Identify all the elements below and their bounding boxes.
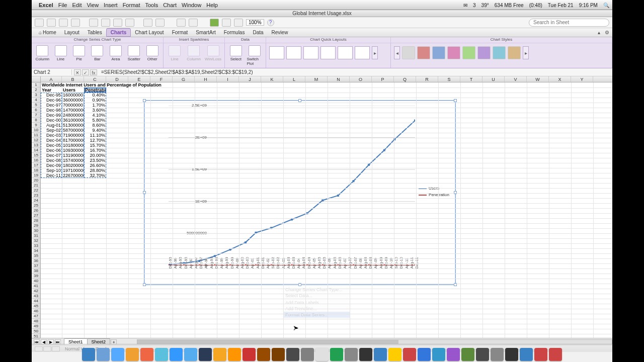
- dock-app-15[interactable]: [301, 348, 314, 361]
- cut-button[interactable]: [89, 19, 98, 27]
- row-header-15[interactable]: 15: [32, 153, 40, 158]
- tab-format[interactable]: Format: [168, 29, 192, 36]
- sheet-nav-next[interactable]: ▶: [48, 339, 54, 344]
- dock-app-20[interactable]: [374, 348, 387, 361]
- dock-app-13[interactable]: [272, 348, 285, 361]
- menu-format[interactable]: Format: [123, 2, 140, 8]
- row-header-17[interactable]: 17: [32, 163, 40, 168]
- ribbon-tabs[interactable]: ⌂HomeLayoutTablesChartsChart LayoutForma…: [32, 28, 612, 37]
- col-header-Q[interactable]: Q: [394, 76, 416, 82]
- formula-input[interactable]: =SERIES(Sheet2!$C$2,Sheet2!$A$3:$A$19,Sh…: [99, 69, 612, 75]
- col-header-E[interactable]: E: [128, 76, 150, 82]
- row-header-18[interactable]: 18: [32, 168, 40, 173]
- dock-app-25[interactable]: [447, 348, 460, 361]
- menu-edit[interactable]: Edit: [72, 2, 82, 8]
- dock-app-31[interactable]: [534, 348, 547, 361]
- quick-layout-2[interactable]: [286, 46, 301, 59]
- new-button[interactable]: [35, 19, 44, 27]
- sheet-nav-last[interactable]: ⏭: [55, 339, 61, 344]
- row-header-46[interactable]: 46: [32, 309, 40, 314]
- search-in-sheet-input[interactable]: [529, 19, 609, 27]
- row-header-51[interactable]: 51: [32, 334, 40, 339]
- tab-review[interactable]: Review: [268, 29, 292, 36]
- tab-formulas[interactable]: Formulas: [220, 29, 249, 36]
- save-button[interactable]: [59, 19, 68, 27]
- ribbon-bar[interactable]: Bar: [90, 45, 105, 61]
- row-header-31[interactable]: 31: [32, 233, 40, 238]
- col-header-B[interactable]: B: [62, 76, 84, 82]
- tab-charts[interactable]: Charts: [106, 28, 131, 37]
- filter-button[interactable]: [189, 19, 198, 27]
- row-header-12[interactable]: 12: [32, 138, 40, 143]
- dock-app-22[interactable]: [403, 348, 416, 361]
- tab-layout[interactable]: Layout: [60, 29, 84, 36]
- col-header-T[interactable]: T: [460, 76, 482, 82]
- row-header-28[interactable]: 28: [32, 218, 40, 223]
- formula-bar[interactable]: Chart 2 ✕ ✓ fx =SERIES(Sheet2!$C$2,Sheet…: [32, 68, 612, 76]
- row-header-10[interactable]: 10: [32, 128, 40, 133]
- quick-layout-1[interactable]: [269, 46, 284, 59]
- dock-app-24[interactable]: [432, 348, 445, 361]
- col-header-P[interactable]: P: [372, 76, 394, 82]
- row-header-35[interactable]: 35: [32, 253, 40, 258]
- col-header-L[interactable]: L: [283, 76, 305, 82]
- col-header-G[interactable]: G: [173, 76, 195, 82]
- dock-app-30[interactable]: [520, 348, 533, 361]
- mail-count-icon[interactable]: ✉ 3: [463, 3, 475, 8]
- col-header-A[interactable]: A: [41, 76, 62, 82]
- ribbon-pie[interactable]: Pie: [71, 45, 87, 61]
- row-header-38[interactable]: 38: [32, 268, 40, 274]
- chart-style-7[interactable]: [493, 46, 506, 59]
- quick-layout-4[interactable]: [320, 46, 336, 59]
- row-header-47[interactable]: 47: [32, 314, 40, 319]
- row-header-49[interactable]: 49: [32, 324, 40, 329]
- row-header-20[interactable]: 20: [32, 178, 40, 183]
- dock-app-17[interactable]: [330, 348, 343, 361]
- dock-app-11[interactable]: [243, 348, 256, 361]
- dock-app-19[interactable]: [359, 348, 372, 361]
- dock-app-4[interactable]: [140, 348, 153, 361]
- row-header-39[interactable]: 39: [32, 274, 40, 279]
- cells-area[interactable]: Users Penetration 05000000001E+091.5E+09…: [41, 82, 612, 338]
- copy-button[interactable]: [101, 19, 110, 27]
- quick-layout-3[interactable]: [303, 46, 318, 59]
- chart-style-6[interactable]: [477, 46, 491, 59]
- col-header-M[interactable]: M: [305, 76, 328, 82]
- col-header-H[interactable]: H: [195, 76, 217, 82]
- ribbon-area[interactable]: Area: [108, 45, 123, 61]
- col-header-Y[interactable]: Y: [571, 76, 593, 82]
- row-header-14[interactable]: 14: [32, 148, 40, 153]
- sort-button[interactable]: [177, 19, 186, 27]
- dock-app-23[interactable]: [418, 348, 431, 361]
- dock-app-6[interactable]: [170, 348, 183, 361]
- dock-app-10[interactable]: [228, 348, 241, 361]
- menu-chart[interactable]: Chart: [163, 2, 177, 8]
- zoom-level[interactable]: 100%: [246, 19, 264, 26]
- ribbon-column[interactable]: Column: [35, 45, 50, 61]
- dock-app-5[interactable]: [155, 348, 168, 361]
- help-icon[interactable]: ?: [267, 19, 274, 26]
- row-header-45[interactable]: 45: [32, 304, 40, 309]
- row-header-24[interactable]: 24: [32, 198, 40, 203]
- toolbox-button[interactable]: [210, 19, 219, 27]
- row-header-37[interactable]: 37: [32, 263, 40, 268]
- col-header-V[interactable]: V: [505, 76, 527, 82]
- fx-icon[interactable]: fx: [90, 69, 97, 75]
- row-header-41[interactable]: 41: [32, 284, 40, 289]
- chart-style-next[interactable]: ▸: [523, 46, 529, 59]
- undo-button[interactable]: [143, 19, 152, 27]
- col-header-X[interactable]: X: [549, 76, 571, 82]
- row-header-1[interactable]: 1: [32, 82, 40, 87]
- mac-dock[interactable]: [32, 344, 612, 362]
- show-hide-button[interactable]: [234, 19, 243, 27]
- col-header-D[interactable]: D: [106, 76, 128, 82]
- cell-A2[interactable]: Year: [41, 87, 62, 93]
- horizontal-scrollbar[interactable]: [137, 339, 612, 344]
- row-header-19[interactable]: 19: [32, 173, 40, 178]
- row-header-4[interactable]: 4: [32, 98, 40, 103]
- tab-smartart[interactable]: SmartArt: [192, 29, 219, 36]
- ribbon-settings-icon[interactable]: ⚙: [605, 30, 609, 35]
- dock-app-3[interactable]: [126, 348, 139, 361]
- tab-home[interactable]: ⌂Home: [35, 29, 60, 36]
- row-header-25[interactable]: 25: [32, 203, 40, 208]
